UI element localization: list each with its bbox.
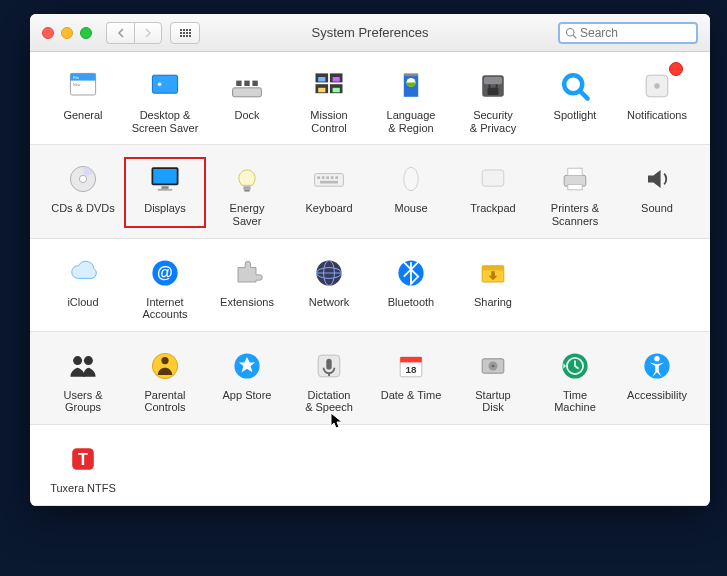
pref-label: Sharing (474, 296, 512, 309)
svg-rect-41 (331, 177, 334, 180)
svg-rect-35 (243, 186, 250, 190)
general-icon: FileNew (61, 66, 105, 106)
svg-point-75 (654, 356, 659, 361)
pref-label: Keyboard (305, 202, 352, 215)
pref-label: Notifications (627, 109, 687, 122)
pref-network[interactable]: Network (288, 251, 370, 321)
pref-internet-accounts[interactable]: @Internet Accounts (124, 251, 206, 321)
displays-icon (143, 159, 187, 199)
svg-rect-45 (482, 170, 504, 186)
svg-rect-24 (488, 88, 499, 95)
svg-rect-57 (482, 265, 504, 270)
show-all-button[interactable] (170, 22, 200, 44)
svg-point-58 (73, 356, 82, 365)
pref-printers-scanners[interactable]: Printers & Scanners (534, 157, 616, 227)
pref-label: Parental Controls (145, 389, 186, 414)
pref-keyboard[interactable]: Keyboard (288, 157, 370, 227)
users-groups-icon (61, 346, 105, 386)
sharing-icon (471, 253, 515, 293)
tuxera-ntfs-icon: T (61, 439, 105, 479)
svg-rect-64 (326, 359, 331, 370)
pref-spotlight[interactable]: Spotlight (534, 64, 616, 134)
close-icon[interactable] (42, 27, 54, 39)
pref-label: Accessibility (627, 389, 687, 402)
pref-label: Security & Privacy (470, 109, 516, 134)
personal-section: FileNewGeneralDesktop & Screen SaverDock… (30, 52, 710, 145)
svg-rect-25 (484, 77, 502, 84)
search-field[interactable] (558, 22, 698, 44)
time-machine-icon (553, 346, 597, 386)
pref-sound[interactable]: Sound (616, 157, 698, 227)
forward-button[interactable] (134, 22, 162, 44)
svg-text:@: @ (157, 263, 173, 281)
pref-users-groups[interactable]: Users & Groups (42, 344, 124, 414)
language-region-icon (389, 66, 433, 106)
svg-rect-36 (244, 190, 249, 192)
pref-displays[interactable]: Displays (124, 157, 206, 227)
svg-rect-39 (322, 177, 325, 180)
dictation-speech-icon (307, 346, 351, 386)
svg-text:New: New (73, 83, 81, 87)
pref-startup-disk[interactable]: Startup Disk (452, 344, 534, 414)
search-input[interactable] (580, 26, 691, 40)
pref-label: iCloud (67, 296, 98, 309)
icloud-icon (61, 253, 105, 293)
search-icon (565, 27, 577, 39)
mouse-icon (389, 159, 433, 199)
accessibility-icon (635, 346, 679, 386)
bluetooth-icon (389, 253, 433, 293)
svg-rect-67 (400, 357, 422, 362)
pref-accessibility[interactable]: Accessibility (616, 344, 698, 414)
svg-rect-32 (152, 168, 177, 184)
svg-point-59 (84, 356, 93, 365)
svg-text:T: T (78, 450, 88, 468)
notification-badge-icon (669, 62, 683, 76)
svg-rect-42 (335, 177, 338, 180)
pref-trackpad[interactable]: Trackpad (452, 157, 534, 227)
pref-label: Spotlight (554, 109, 597, 122)
energy-saver-icon (225, 159, 269, 199)
pref-label: Trackpad (470, 202, 515, 215)
spotlight-icon (553, 66, 597, 106)
pref-bluetooth[interactable]: Bluetooth (370, 251, 452, 321)
pref-notifications[interactable]: Notifications (616, 64, 698, 134)
security-privacy-icon (471, 66, 515, 106)
pref-date-time[interactable]: 18Date & Time (370, 344, 452, 414)
pref-label: Extensions (220, 296, 274, 309)
svg-rect-33 (161, 186, 168, 189)
date-time-icon: 18 (389, 346, 433, 386)
chevron-right-icon (144, 28, 152, 38)
mission-control-icon (307, 66, 351, 106)
svg-point-29 (654, 83, 659, 88)
back-button[interactable] (106, 22, 134, 44)
minimize-icon[interactable] (61, 27, 73, 39)
pref-general[interactable]: FileNewGeneral (42, 64, 124, 134)
parental-controls-icon (143, 346, 187, 386)
svg-rect-17 (333, 77, 340, 82)
pref-time-machine[interactable]: Time Machine (534, 344, 616, 414)
pref-mouse[interactable]: Mouse (370, 157, 452, 227)
zoom-icon[interactable] (80, 27, 92, 39)
svg-rect-16 (318, 77, 325, 82)
pref-cds-dvds[interactable]: CDs & DVDs (42, 157, 124, 227)
pref-parental-controls[interactable]: Parental Controls (124, 344, 206, 414)
svg-point-44 (404, 168, 418, 191)
pref-desktop-screensaver[interactable]: Desktop & Screen Saver (124, 64, 206, 134)
pref-tuxera-ntfs[interactable]: TTuxera NTFS (42, 437, 124, 495)
pref-language-region[interactable]: Language & Region (370, 64, 452, 134)
svg-point-71 (492, 364, 495, 367)
pref-icloud[interactable]: iCloud (42, 251, 124, 321)
pref-extensions[interactable]: Extensions (206, 251, 288, 321)
pref-app-store[interactable]: App Store (206, 344, 288, 414)
pref-dock[interactable]: Dock (206, 64, 288, 134)
desktop-screensaver-icon (143, 66, 187, 106)
svg-rect-8 (233, 88, 262, 97)
pref-dictation-speech[interactable]: Dictation & Speech (288, 344, 370, 414)
svg-line-1 (573, 35, 576, 38)
grid-icon (180, 29, 191, 37)
pref-sharing[interactable]: Sharing (452, 251, 534, 321)
chevron-left-icon (117, 28, 125, 38)
pref-mission-control[interactable]: Mission Control (288, 64, 370, 134)
pref-energy-saver[interactable]: Energy Saver (206, 157, 288, 227)
pref-security-privacy[interactable]: Security & Privacy (452, 64, 534, 134)
